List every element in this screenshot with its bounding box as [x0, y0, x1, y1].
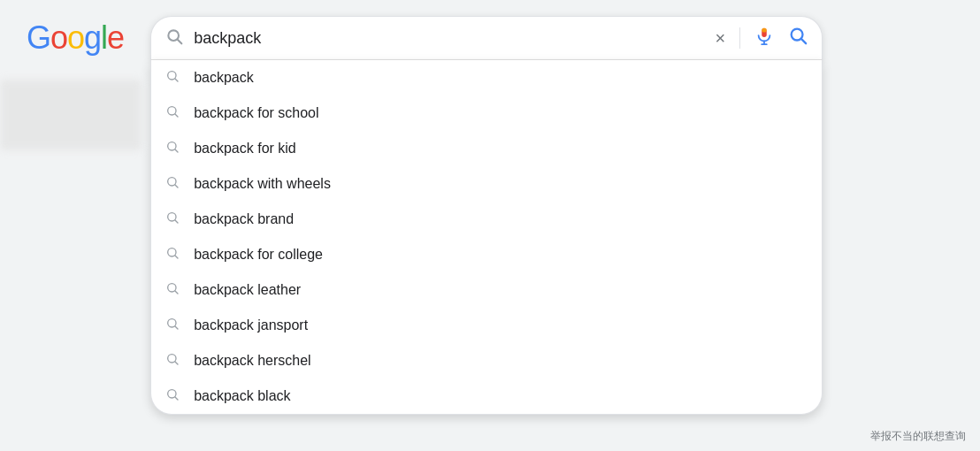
suggestion-item-5[interactable]: backpack brand — [151, 202, 822, 237]
clear-icon[interactable]: × — [715, 28, 725, 49]
logo-g: G — [27, 19, 50, 56]
suggestion-text-5: backpack brand — [194, 211, 294, 227]
page-wrapper: Google × — [0, 0, 980, 451]
suggestion-text-8: backpack jansport — [194, 317, 308, 333]
suggestion-search-icon-4 — [165, 175, 180, 193]
search-container: × — [150, 16, 823, 60]
suggestion-text-10: backpack black — [194, 388, 290, 404]
suggestion-item-8[interactable]: backpack jansport — [151, 308, 822, 343]
search-icon-left — [165, 27, 183, 50]
suggestion-search-icon-7 — [165, 281, 180, 299]
svg-line-25 — [175, 362, 178, 364]
suggestion-search-icon-8 — [165, 317, 180, 334]
svg-rect-5 — [762, 27, 767, 32]
sidebar-blur — [0, 80, 142, 150]
search-submit-icon[interactable] — [788, 26, 808, 50]
suggestion-item-1[interactable]: backpack — [151, 60, 822, 96]
suggestion-text-1: backpack — [194, 70, 254, 86]
footer-note: 举报不当的联想查询 — [870, 429, 966, 444]
suggestion-text-7: backpack leather — [194, 282, 301, 298]
suggestion-text-9: backpack herschel — [194, 353, 311, 369]
svg-line-15 — [175, 185, 178, 187]
suggestion-item-6[interactable]: backpack for college — [151, 237, 822, 272]
suggestion-item-10[interactable]: backpack black — [151, 378, 822, 414]
suggestion-text-4: backpack with wheels — [194, 176, 331, 192]
suggestion-text-6: backpack for college — [194, 247, 323, 263]
voice-icon[interactable] — [754, 27, 774, 50]
svg-line-7 — [801, 39, 806, 43]
svg-line-21 — [175, 291, 178, 294]
svg-line-17 — [175, 220, 178, 223]
suggestion-search-icon-9 — [165, 352, 180, 370]
suggestion-text-2: backpack for school — [194, 105, 318, 121]
logo-o1: o — [50, 19, 67, 56]
suggestion-search-icon-10 — [165, 387, 180, 405]
suggestion-item-7[interactable]: backpack leather — [151, 272, 822, 308]
suggestion-text-3: backpack for kid — [194, 141, 296, 157]
svg-line-11 — [175, 114, 178, 117]
svg-line-19 — [175, 256, 178, 258]
suggestion-search-icon-3 — [165, 140, 180, 157]
logo-e: e — [107, 19, 124, 56]
suggestion-item-9[interactable]: backpack herschel — [151, 343, 822, 378]
top-bar: Google × — [0, 0, 980, 76]
suggestion-search-icon-6 — [165, 246, 180, 264]
logo-g2: g — [84, 19, 101, 56]
svg-line-27 — [175, 397, 178, 400]
divider-line — [739, 27, 740, 49]
svg-line-1 — [178, 39, 182, 43]
svg-line-13 — [175, 149, 178, 152]
suggestions-dropdown: backpack backpack for school — [150, 60, 823, 415]
suggestion-item-4[interactable]: backpack with wheels — [151, 166, 822, 202]
svg-line-9 — [175, 79, 178, 81]
suggestion-search-icon-5 — [165, 210, 180, 228]
suggestion-item-3[interactable]: backpack for kid — [151, 131, 822, 166]
search-box: × — [150, 16, 823, 60]
suggestion-search-icon-1 — [165, 69, 180, 87]
search-input[interactable] — [194, 29, 704, 48]
suggestion-search-icon-2 — [165, 104, 180, 122]
logo-o2: o — [67, 19, 84, 56]
search-actions: × — [715, 26, 808, 50]
suggestion-item-2[interactable]: backpack for school — [151, 96, 822, 131]
google-logo: Google — [27, 19, 124, 57]
svg-line-23 — [175, 326, 178, 329]
